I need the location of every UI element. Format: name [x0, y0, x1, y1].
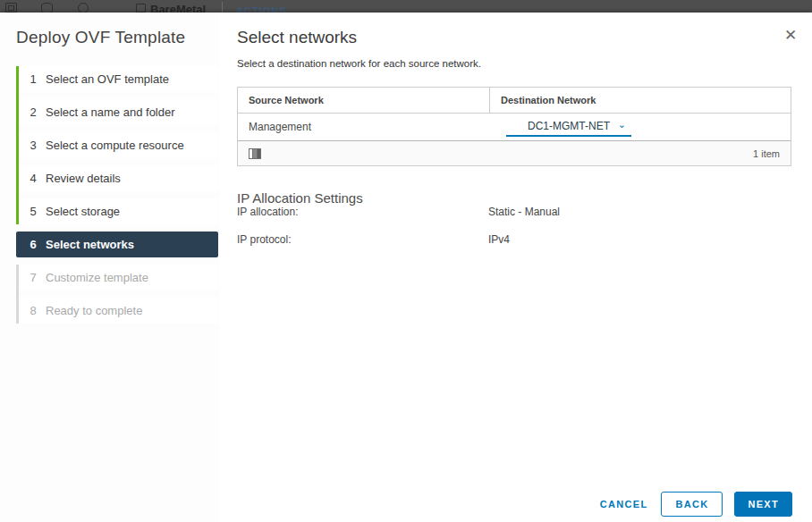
table-row: Management DC1-MGMT-NET ⌄: [238, 113, 791, 140]
step-select-networks-active[interactable]: 6 Select networks: [16, 232, 218, 257]
step-number: 5: [29, 205, 38, 218]
step-customize-template: 7 Customize template: [19, 265, 218, 290]
ip-allocation-value: Static - Manual: [488, 206, 560, 218]
network-icon: [78, 3, 89, 13]
step-label: Select networks: [46, 238, 134, 251]
page-title: Select networks: [237, 28, 812, 47]
next-button[interactable]: NEXT: [734, 492, 792, 517]
step-number: 8: [29, 304, 38, 317]
close-icon[interactable]: ✕: [782, 28, 799, 44]
destination-network-dropdown[interactable]: DC1-MGMT-NET ⌄: [506, 117, 631, 137]
host-icon: [5, 3, 17, 13]
step-number: 6: [29, 238, 38, 251]
step-label: Customize template: [46, 271, 148, 284]
step-label: Ready to complete: [46, 304, 142, 317]
wizard-content: Select networks ✕ Select a destination n…: [219, 13, 812, 522]
step-select-storage[interactable]: 5 Select storage: [19, 198, 218, 224]
step-label: Select storage: [46, 205, 120, 218]
network-mapping-table: Source Network Destination Network Manag…: [237, 87, 791, 166]
step-review-details[interactable]: 4 Review details: [19, 165, 218, 191]
ip-protocol-value: IPv4: [488, 233, 510, 246]
wizard-sidebar: Deploy OVF Template 1 Select an OVF temp…: [0, 13, 219, 522]
ip-allocation-label: IP allocation:: [237, 206, 488, 218]
step-label: Select a compute resource: [46, 139, 184, 152]
source-network-cell: Management: [238, 114, 490, 140]
step-label: Review details: [46, 172, 121, 185]
step-number: 2: [29, 105, 38, 119]
step-number: 7: [29, 271, 38, 284]
step-select-compute-resource[interactable]: 3 Select a compute resource: [19, 132, 218, 158]
deploy-ovf-dialog: Deploy OVF Template 1 Select an OVF temp…: [0, 13, 812, 522]
step-ready-to-complete: 8 Ready to complete: [19, 298, 218, 324]
step-label: Select an OVF template: [46, 72, 169, 86]
step-number: 4: [29, 172, 38, 185]
destination-network-cell: DC1-MGMT-NET ⌄: [490, 114, 791, 140]
column-header-source-network: Source Network: [238, 88, 490, 113]
item-count: 1 item: [753, 148, 780, 159]
ip-protocol-row: IP protocol: IPv4: [237, 233, 812, 246]
datastore-icon: [41, 3, 53, 13]
step-select-name-folder[interactable]: 2 Select a name and folder: [19, 99, 218, 125]
wizard-steps: 1 Select an OVF template 2 Select a name…: [16, 66, 218, 324]
table-header-row: Source Network Destination Network: [238, 88, 791, 113]
column-settings-icon[interactable]: [249, 148, 261, 159]
step-number: 3: [29, 139, 38, 152]
vm-icon: [136, 4, 146, 13]
table-footer: 1 item: [238, 140, 791, 165]
step-number: 1: [29, 72, 38, 86]
wizard-button-bar: CANCEL BACK NEXT: [598, 492, 792, 517]
step-label: Select a name and folder: [46, 105, 175, 119]
ip-protocol-label: IP protocol:: [237, 233, 488, 246]
cancel-button[interactable]: CANCEL: [598, 493, 650, 515]
wizard-title: Deploy OVF Template: [0, 13, 219, 47]
upcoming-steps-group: 7 Customize template 8 Ready to complete: [16, 265, 218, 324]
dropdown-selected-value: DC1-MGMT-NET: [528, 120, 610, 132]
column-header-destination-network: Destination Network: [490, 88, 791, 113]
divider: [222, 2, 223, 13]
back-button[interactable]: BACK: [661, 492, 723, 517]
ip-allocation-row: IP allocation: Static - Manual: [237, 206, 812, 218]
completed-steps-group: 1 Select an OVF template 2 Select a name…: [16, 66, 218, 224]
chevron-down-icon: ⌄: [618, 119, 626, 130]
ip-allocation-settings-title: IP Allocation Settings: [237, 190, 812, 206]
page-subtitle: Select a destination network for each so…: [237, 58, 812, 69]
object-title: BareMetal: [150, 3, 206, 13]
step-select-ovf-template[interactable]: 1 Select an OVF template: [19, 66, 218, 92]
actions-menu: ACTIONS: [236, 5, 287, 13]
background-topbar: BareMetal ACTIONS: [0, 0, 812, 13]
